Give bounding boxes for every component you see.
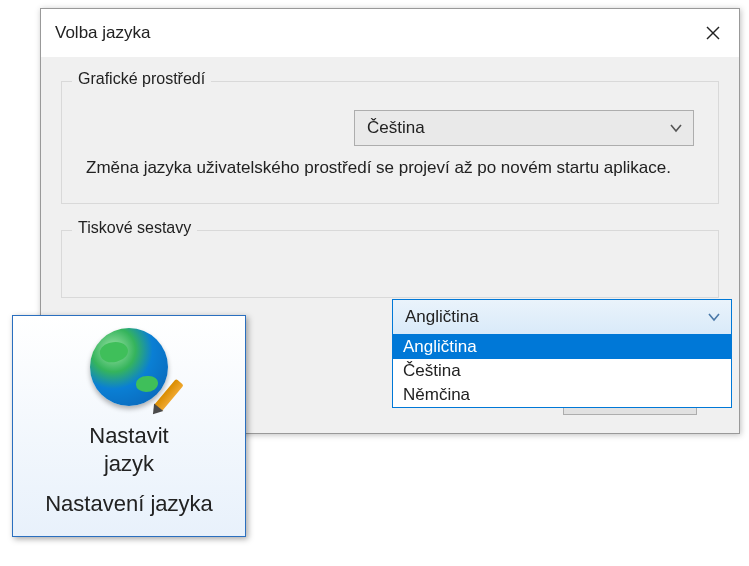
ui-language-selected: Čeština bbox=[367, 118, 425, 138]
report-language-option[interactable]: Němčina bbox=[393, 383, 731, 407]
set-language-ribbon-button[interactable]: Nastavit jazyk Nastavení jazyka bbox=[12, 315, 246, 537]
ribbon-group-label: Nastavení jazyka bbox=[45, 491, 213, 517]
report-language-option[interactable]: Čeština bbox=[393, 359, 731, 383]
group-ui-legend: Grafické prostředí bbox=[72, 70, 211, 88]
titlebar: Volba jazyka bbox=[41, 9, 739, 57]
ui-language-hint: Změna jazyka uživatelského prostředí se … bbox=[86, 156, 694, 181]
report-language-options: Angličtina Čeština Němčina bbox=[392, 335, 732, 408]
close-button[interactable] bbox=[691, 17, 735, 49]
report-language-select[interactable]: Angličtina bbox=[392, 299, 732, 335]
group-ui-language: Grafické prostředí Čeština Změna jazyka … bbox=[61, 81, 719, 204]
ribbon-button-label: Nastavit jazyk bbox=[89, 422, 168, 477]
report-language-selected: Angličtina bbox=[405, 307, 479, 327]
group-report-language: Tiskové sestavy bbox=[61, 230, 719, 298]
chevron-down-icon bbox=[707, 307, 721, 327]
ui-language-select[interactable]: Čeština bbox=[354, 110, 694, 146]
dialog-title: Volba jazyka bbox=[55, 23, 150, 43]
globe-icon bbox=[90, 328, 168, 406]
report-language-option[interactable]: Angličtina bbox=[393, 335, 731, 359]
chevron-down-icon bbox=[669, 118, 683, 138]
close-icon bbox=[706, 26, 720, 40]
group-report-legend: Tiskové sestavy bbox=[72, 219, 197, 237]
report-language-select-open: Angličtina Angličtina Čeština Němčina bbox=[392, 299, 732, 408]
